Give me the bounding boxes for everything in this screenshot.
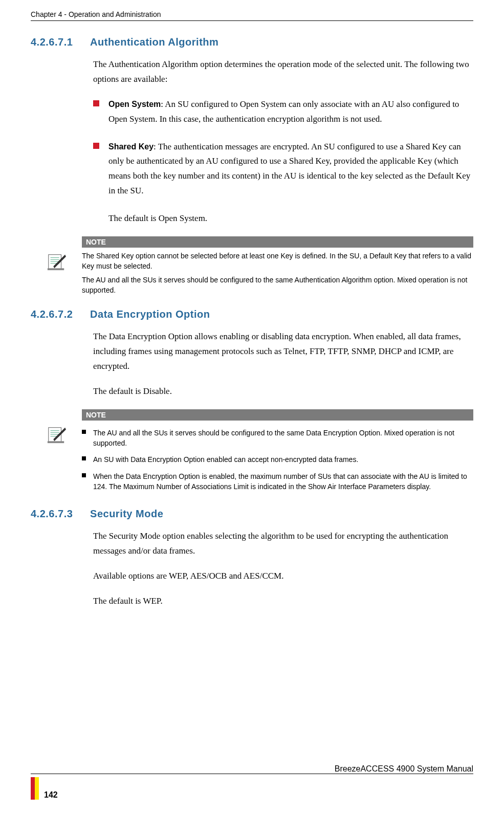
- bullet-text: : The authentication messages are encryp…: [108, 142, 470, 196]
- note-icon: [47, 252, 66, 271]
- note-label: NOTE: [82, 409, 473, 421]
- section-number: 4.2.6.7.2: [31, 309, 87, 320]
- list-item: Open System: An SU configured to Open Sy…: [93, 97, 473, 127]
- bullet-list: Open System: An SU configured to Open Sy…: [93, 97, 473, 199]
- section-intro: The Security Mode option enables selecti…: [93, 529, 473, 559]
- manual-name: BreezeACCESS 4900 System Manual: [335, 764, 473, 773]
- note-box: NOTE The Shared Key option cannot be sel…: [31, 236, 473, 298]
- section-heading-data-encryption: 4.2.6.7.2 Data Encryption Option: [31, 309, 473, 320]
- note-paragraph: The Shared Key option cannot be selected…: [82, 251, 473, 272]
- note-bullet: An SU with Data Encryption Option enable…: [82, 454, 473, 465]
- default-text: The default is Disable.: [93, 384, 473, 399]
- chapter-header: Chapter 4 - Operation and Administration: [31, 10, 473, 21]
- section-heading-security-mode: 4.2.6.7.3 Security Mode: [31, 508, 473, 520]
- default-text: The default is WEP.: [93, 594, 473, 609]
- section-title: Security Mode: [90, 508, 163, 520]
- section-intro: The Data Encryption Option allows enabli…: [93, 329, 473, 374]
- section-number: 4.2.6.7.1: [31, 36, 87, 48]
- bullet-label: Open System: [108, 100, 161, 108]
- note-bullet: When the Data Encryption Option is enabl…: [82, 471, 473, 492]
- footer-color-bar: [31, 777, 39, 800]
- list-item: Shared Key: The authentication messages …: [93, 140, 473, 199]
- default-text: The default is Open System.: [108, 211, 473, 226]
- available-options: Available options are WEP, AES/OCB and A…: [93, 569, 473, 584]
- section-title: Data Encryption Option: [90, 309, 210, 320]
- svg-rect-5: [48, 268, 64, 270]
- note-label: NOTE: [82, 236, 473, 248]
- page-footer: BreezeACCESS 4900 System Manual 142: [31, 764, 473, 800]
- bullet-text: : An SU configured to Open System can on…: [108, 99, 459, 124]
- bullet-label: Shared Key: [108, 142, 154, 151]
- note-icon: [47, 425, 66, 444]
- note-paragraph: The AU and all the SUs it serves should …: [82, 275, 473, 296]
- note-icon-cell: [31, 236, 82, 298]
- section-number: 4.2.6.7.3: [31, 508, 87, 520]
- svg-rect-11: [48, 441, 64, 443]
- section-intro: The Authentication Algorithm option dete…: [93, 57, 473, 87]
- note-box: NOTE The AU and all the SUs it serves sh…: [31, 409, 473, 498]
- section-heading-auth-algo: 4.2.6.7.1 Authentication Algorithm: [31, 36, 473, 48]
- page-number: 142: [44, 790, 58, 800]
- section-title: Authentication Algorithm: [90, 36, 218, 48]
- note-bullet: The AU and all the SUs it serves should …: [82, 428, 473, 449]
- note-icon-cell: [31, 409, 82, 498]
